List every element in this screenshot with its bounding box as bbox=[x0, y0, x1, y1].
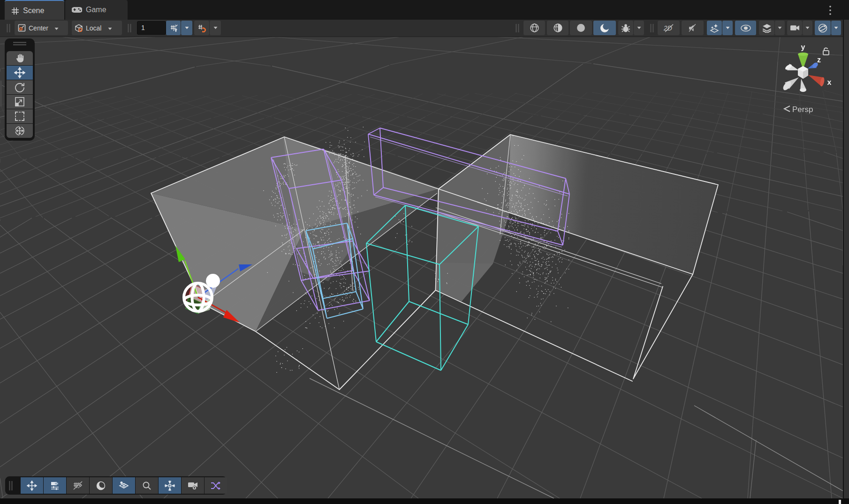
svg-text:y: y bbox=[801, 43, 805, 51]
svg-text:2D: 2D bbox=[663, 24, 672, 32]
svg-text:z: z bbox=[817, 56, 821, 64]
svg-text:Persp: Persp bbox=[792, 105, 813, 114]
svg-text:x: x bbox=[827, 78, 832, 86]
